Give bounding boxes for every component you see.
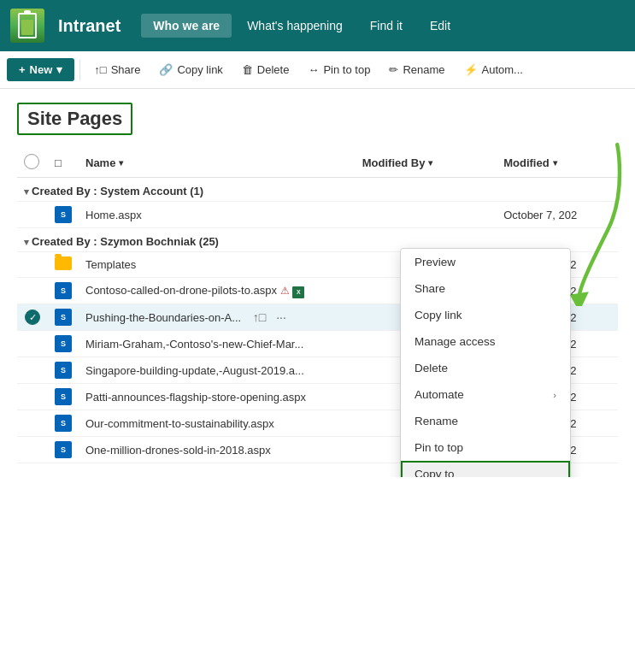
excel-icon: X <box>292 286 304 298</box>
table-row[interactable]: S Home.aspx October 7, 202 <box>17 202 618 228</box>
nav-link-edit[interactable]: Edit <box>418 14 462 38</box>
sharepoint-icon: S <box>55 282 72 299</box>
row-name[interactable]: Home.aspx <box>79 202 356 228</box>
nav-link-who-we-are[interactable]: Who we are <box>141 14 232 38</box>
row-modified: October 7, 202 <box>497 202 618 228</box>
ctx-copy-to[interactable]: Copy to <box>401 461 570 477</box>
new-button[interactable]: + New ▾ <box>7 58 74 81</box>
row-checkbox[interactable] <box>17 384 48 410</box>
row-checkbox[interactable] <box>17 202 48 228</box>
row-name[interactable]: Pushing-the-Boundaries-on-A... ↑□ ··· <box>79 304 356 331</box>
row-name[interactable]: Our-commitment-to-sustainability.aspx <box>79 410 356 437</box>
row-name[interactable]: Contoso-called-on-drone-pilots-to.aspx ⚠… <box>79 278 356 304</box>
modified-sort[interactable]: Modified ▾ <box>503 156 556 169</box>
sort-icon: ▾ <box>119 158 123 168</box>
automate-button[interactable]: ⚡ Autom... <box>456 58 532 81</box>
row-checkbox[interactable] <box>17 278 48 304</box>
checked-icon[interactable]: ✓ <box>25 309 40 325</box>
pin-to-top-button[interactable]: ↔ Pin to top <box>299 58 379 81</box>
group-label: Created By : System Account (1) <box>32 185 203 197</box>
row-checkbox[interactable]: ✓ <box>17 304 48 331</box>
share-action-button[interactable]: ↑□ <box>250 309 269 326</box>
group-chevron-2[interactable]: ▾ <box>24 237 32 247</box>
ctx-copylink[interactable]: Copy link <box>401 302 570 328</box>
table-header: □ Name ▾ Modified By ▾ <box>17 149 618 178</box>
row-name[interactable]: Templates <box>79 252 356 278</box>
sharepoint-icon: S <box>55 415 72 432</box>
command-bar: + New ▾ ↑□ Share 🔗 Copy link 🗑 Delete ↔ … <box>0 51 635 89</box>
nav-link-whats-happening[interactable]: What's happening <box>235 14 355 38</box>
app-brand: Intranet <box>58 16 121 36</box>
copy-link-button[interactable]: 🔗 Copy link <box>150 58 231 81</box>
rename-icon: ✏ <box>389 63 398 76</box>
th-modified-by[interactable]: Modified By ▾ <box>356 149 497 178</box>
plus-icon: + <box>19 63 26 76</box>
row-checkbox[interactable] <box>17 437 48 463</box>
th-file-icon: □ <box>48 149 79 178</box>
group-chevron[interactable]: ▾ <box>24 186 32 197</box>
ctx-manage-access[interactable]: Manage access <box>401 328 570 355</box>
link-icon: 🔗 <box>159 63 173 76</box>
row-name[interactable]: Miriam-Graham,-Contoso's-new-Chief-Mar..… <box>79 331 356 357</box>
row-icon: S <box>48 202 79 228</box>
ctx-rename[interactable]: Rename <box>401 408 570 434</box>
file-type-icon: □ <box>55 156 62 169</box>
sharepoint-icon: S <box>55 335 72 352</box>
share-button[interactable]: ↑□ Share <box>85 58 149 81</box>
row-icon: S <box>48 437 79 463</box>
row-actions: ↑□ ··· <box>250 309 290 326</box>
top-navigation: Intranet Who we are What's happening Fin… <box>0 0 635 51</box>
row-modby <box>356 202 497 228</box>
sort-icon-modby: ▾ <box>428 158 432 168</box>
row-name[interactable]: Patti-announces-flagship-store-opening.a… <box>79 384 356 410</box>
group-label-2: Created By : Szymon Bochniak (25) <box>32 235 219 248</box>
th-modified[interactable]: Modified ▾ <box>497 149 618 178</box>
name-sort[interactable]: Name ▾ <box>85 156 123 169</box>
modby-sort[interactable]: Modified By ▾ <box>362 156 433 169</box>
warning-icon: ⚠ <box>280 285 290 297</box>
row-checkbox[interactable] <box>17 252 48 278</box>
th-checkbox[interactable] <box>17 149 48 178</box>
dropdown-icon: ▾ <box>56 63 62 76</box>
sharepoint-icon: S <box>55 388 72 405</box>
row-icon: S <box>48 278 79 304</box>
row-icon: S <box>48 384 79 410</box>
pin-icon: ↔ <box>308 63 319 76</box>
group-header-system[interactable]: ▾ Created By : System Account (1) <box>17 178 618 202</box>
row-icon: S <box>48 331 79 357</box>
delete-button[interactable]: 🗑 Delete <box>233 58 298 81</box>
battery-icon <box>18 13 37 38</box>
folder-icon <box>55 256 72 270</box>
trash-icon: 🗑 <box>242 63 253 76</box>
ctx-delete[interactable]: Delete <box>401 355 570 381</box>
nav-link-find-it[interactable]: Find it <box>358 14 415 38</box>
header-checkbox[interactable] <box>24 154 39 169</box>
context-menu: Preview Share Copy link Manage access De… <box>400 248 571 477</box>
row-checkbox[interactable] <box>17 410 48 437</box>
separator <box>79 60 80 80</box>
submenu-chevron: › <box>553 390 556 400</box>
ctx-preview[interactable]: Preview <box>401 249 570 275</box>
row-icon <box>48 252 79 278</box>
sharepoint-icon: S <box>55 309 72 326</box>
sort-icon-mod: ▾ <box>553 158 557 168</box>
sharepoint-icon: S <box>55 206 72 223</box>
share-icon: ↑□ <box>94 63 106 76</box>
page-title: Site Pages <box>17 103 132 135</box>
row-name[interactable]: One-million-drones-sold-in-2018.aspx <box>79 437 356 463</box>
row-checkbox[interactable] <box>17 331 48 357</box>
row-icon: S <box>48 304 79 331</box>
ctx-share[interactable]: Share <box>401 275 570 302</box>
th-name[interactable]: Name ▾ <box>79 149 356 178</box>
app-logo <box>10 9 44 43</box>
sharepoint-icon: S <box>55 362 72 379</box>
row-checkbox[interactable] <box>17 357 48 384</box>
row-name[interactable]: Singapore-building-update,-August-2019.a… <box>79 357 356 384</box>
more-action-button[interactable]: ··· <box>273 309 290 326</box>
automate-icon: ⚡ <box>464 63 478 76</box>
ctx-automate[interactable]: Automate › <box>401 381 570 408</box>
sharepoint-icon: S <box>55 441 72 458</box>
rename-button[interactable]: ✏ Rename <box>380 58 453 81</box>
ctx-pin-to-top[interactable]: Pin to top <box>401 434 570 461</box>
row-icon: S <box>48 410 79 437</box>
